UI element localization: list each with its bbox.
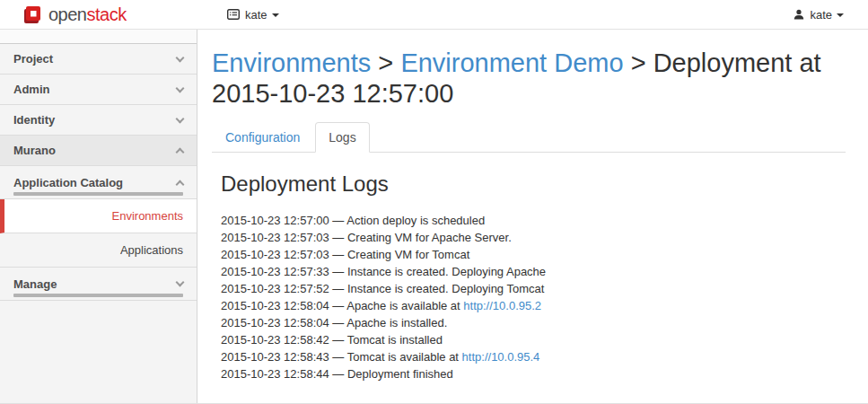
project-card-icon	[227, 9, 240, 20]
log-entry: 2015-10-23 12:58:04 — Apache is installe…	[221, 314, 846, 331]
log-message: Tomcat is installed	[347, 333, 443, 347]
log-timestamp: 2015-10-23 12:57:03 —	[221, 248, 347, 261]
openstack-cube-icon	[22, 4, 42, 24]
deployment-logs-heading: Deployment Logs	[221, 171, 846, 197]
page-title: Environments > Environment Demo > Deploy…	[212, 48, 846, 109]
log-message: Apache is installed.	[346, 316, 447, 329]
log-entry: 2015-10-23 12:57:33 — Instance is create…	[221, 263, 846, 280]
sidebar-item-applications[interactable]: Applications	[0, 233, 197, 268]
sidebar-item-environments[interactable]: Environments	[0, 199, 197, 233]
sidebar-item-admin[interactable]: Admin	[0, 75, 197, 105]
breadcrumb-link[interactable]: Environments	[212, 48, 371, 77]
log-url-link[interactable]: http://10.0.95.4	[462, 350, 540, 364]
log-entry: 2015-10-23 12:57:00 — Action deploy is s…	[221, 212, 846, 229]
chevron-up-icon	[176, 148, 185, 157]
breadcrumb-separator: >	[624, 48, 653, 77]
chevron-up-icon	[176, 180, 185, 189]
log-entry: 2015-10-23 12:57:52 — Instance is create…	[221, 280, 846, 297]
user-dropdown[interactable]: kate	[793, 8, 844, 22]
log-entry: 2015-10-23 12:58:42 — Tomcat is installe…	[221, 331, 846, 348]
log-message: Apache is available at	[346, 299, 463, 312]
top-navbar: openstack kate kate	[0, 0, 868, 30]
sidebar: ProjectAdminIdentityMuranoApplication Ca…	[0, 30, 197, 403]
main-content: Environments > Environment Demo > Deploy…	[197, 30, 868, 403]
log-url-link[interactable]: http://10.0.95.2	[463, 299, 541, 312]
log-timestamp: 2015-10-23 12:58:04 —	[221, 316, 346, 329]
project-dropdown-label: kate	[245, 8, 267, 22]
log-entry: 2015-10-23 12:58:04 — Apache is availabl…	[221, 297, 846, 314]
sidebar-item-label: Application Catalog	[13, 176, 123, 189]
sidebar-item-label: Environments	[112, 209, 183, 223]
section-divider-bar	[13, 294, 183, 297]
chevron-down-icon	[176, 278, 185, 287]
log-message: Creating VM for Apache Server.	[347, 231, 512, 244]
openstack-logo[interactable]: openstack	[22, 4, 127, 25]
sidebar-item-identity[interactable]: Identity	[0, 105, 197, 136]
log-message: Tomcat is available at	[347, 350, 462, 364]
log-entry: 2015-10-23 12:57:03 — Creating VM for To…	[221, 246, 846, 263]
breadcrumb-link[interactable]: Environment Demo	[400, 48, 623, 77]
log-message: Instance is created. Deploying Apache	[347, 265, 546, 278]
chevron-down-icon	[176, 114, 185, 123]
log-timestamp: 2015-10-23 12:57:03 —	[221, 231, 347, 244]
tab-content: Deployment Logs 2015-10-23 12:57:00 — Ac…	[212, 153, 846, 382]
log-message: Instance is created. Deploying Tomcat	[347, 282, 544, 295]
log-timestamp: 2015-10-23 12:58:42 —	[221, 333, 347, 347]
chevron-down-icon	[176, 53, 185, 62]
sidebar-item-label: Admin	[13, 83, 49, 96]
log-message: Creating VM for Tomcat	[347, 248, 469, 261]
log-timestamp: 2015-10-23 12:58:44 —	[221, 367, 347, 381]
caret-down-icon	[837, 13, 844, 17]
log-entry: 2015-10-23 12:58:43 — Tomcat is availabl…	[221, 348, 846, 365]
log-entry: 2015-10-23 12:58:44 — Deployment finishe…	[221, 365, 846, 382]
sidebar-item-label: Project	[13, 52, 53, 66]
sidebar-nav: ProjectAdminIdentityMuranoApplication Ca…	[0, 44, 197, 301]
log-entry: 2015-10-23 12:57:03 — Creating VM for Ap…	[221, 229, 846, 246]
breadcrumb-separator: >	[371, 48, 400, 77]
sidebar-item-murano[interactable]: Murano	[0, 136, 197, 166]
sidebar-item-manage[interactable]: Manage	[0, 268, 197, 301]
log-message: Deployment finished	[347, 367, 453, 381]
log-timestamp: 2015-10-23 12:57:00 —	[221, 214, 346, 227]
log-timestamp: 2015-10-23 12:57:33 —	[221, 265, 347, 278]
sidebar-item-label: Murano	[13, 144, 56, 157]
logo-wordmark: openstack	[48, 4, 127, 25]
log-message: Action deploy is scheduled	[346, 214, 485, 227]
log-timestamp: 2015-10-23 12:58:43 —	[221, 350, 347, 364]
tab-bar: ConfigurationLogs	[212, 122, 846, 153]
user-icon	[793, 9, 804, 20]
log-timestamp: 2015-10-23 12:58:04 —	[221, 299, 346, 312]
sidebar-item-label: Identity	[13, 113, 55, 127]
caret-down-icon	[272, 13, 279, 17]
log-list: 2015-10-23 12:57:00 — Action deploy is s…	[221, 212, 846, 382]
sidebar-top-strip	[0, 30, 197, 44]
section-divider-bar	[13, 192, 183, 196]
sidebar-item-label: Manage	[13, 277, 57, 291]
log-timestamp: 2015-10-23 12:57:52 —	[221, 282, 347, 295]
tab-logs[interactable]: Logs	[315, 122, 369, 153]
sidebar-item-project[interactable]: Project	[0, 44, 197, 75]
sidebar-item-application-catalog[interactable]: Application Catalog	[0, 166, 197, 199]
user-dropdown-label: kate	[810, 8, 832, 22]
page-layout: ProjectAdminIdentityMuranoApplication Ca…	[0, 30, 868, 403]
project-dropdown[interactable]: kate	[227, 8, 279, 22]
sidebar-item-label: Applications	[120, 243, 183, 257]
chevron-down-icon	[176, 83, 185, 92]
tab-configuration[interactable]: Configuration	[212, 122, 313, 153]
